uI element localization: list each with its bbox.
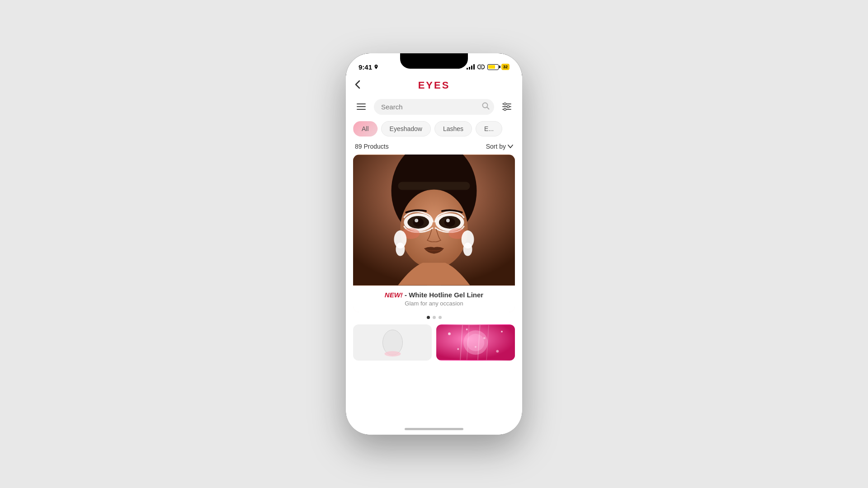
search-icon-button[interactable]: [482, 102, 490, 112]
signal-icon: [467, 64, 475, 70]
back-button[interactable]: [355, 80, 360, 91]
filter-icon: [502, 102, 512, 111]
sort-label: Sort by: [486, 143, 506, 150]
svg-point-20: [415, 219, 418, 222]
svg-point-33: [384, 351, 401, 357]
svg-point-28: [396, 243, 405, 256]
banner-title-suffix: - White Hotline Gel Liner: [403, 291, 483, 299]
status-time: 9:41: [359, 63, 378, 71]
menu-line-1: [357, 103, 366, 104]
svg-point-30: [463, 243, 472, 256]
status-right: 32: [467, 64, 509, 70]
carousel-dot-3[interactable]: [439, 316, 442, 319]
svg-point-40: [496, 350, 499, 352]
category-chip-eyeshadow[interactable]: Eyeshadow: [381, 121, 431, 136]
banner-text-area: NEW! - White Hotline Gel Liner Glam for …: [353, 286, 515, 312]
banner-title: NEW! - White Hotline Gel Liner: [360, 291, 508, 299]
svg-point-23: [444, 218, 455, 227]
svg-point-38: [501, 331, 503, 333]
search-input[interactable]: [374, 99, 494, 115]
new-badge: NEW!: [385, 291, 403, 299]
svg-point-10: [507, 106, 509, 108]
product-thumb-left[interactable]: [353, 324, 432, 361]
category-row: All Eyeshadow Lashes E...: [346, 117, 522, 141]
svg-rect-14: [398, 182, 470, 190]
category-chip-all[interactable]: All: [353, 121, 377, 136]
product-count: 89 Products: [355, 143, 389, 150]
location-icon: [374, 65, 378, 70]
svg-point-35: [448, 333, 451, 335]
svg-point-36: [466, 328, 468, 330]
menu-button[interactable]: [353, 99, 369, 115]
search-icon: [482, 102, 490, 110]
back-arrow-icon: [355, 80, 360, 89]
menu-line-2: [357, 106, 366, 107]
featured-banner[interactable]: NEW! - White Hotline Gel Liner Glam for …: [353, 155, 515, 312]
menu-line-3: [357, 109, 366, 110]
banner-portrait: [353, 155, 515, 286]
product-grid-bottom: [346, 324, 522, 361]
battery-icon: [487, 64, 499, 70]
svg-line-5: [487, 107, 489, 109]
search-input-wrapper: [374, 99, 494, 115]
battery-fill: [488, 65, 495, 69]
battery-badge: 32: [501, 64, 509, 70]
banner-subtitle: Glam for any occasion: [360, 300, 508, 307]
svg-point-9: [504, 103, 506, 105]
home-indicator: [405, 428, 463, 430]
wifi-icon: [477, 65, 485, 70]
product-image-left: [380, 328, 405, 357]
product-thumb-right[interactable]: [436, 324, 515, 361]
header: EYES: [346, 76, 522, 96]
chevron-down-icon: [508, 145, 513, 148]
time-display: 9:41: [359, 63, 372, 71]
svg-point-24: [446, 219, 450, 222]
svg-point-11: [504, 108, 506, 111]
filter-button[interactable]: [499, 99, 515, 115]
carousel-dot-2[interactable]: [433, 316, 436, 319]
phone-inner: 9:41: [346, 53, 522, 435]
category-chip-lashes[interactable]: Lashes: [434, 121, 472, 136]
sort-button[interactable]: Sort by: [486, 143, 513, 150]
app-content: EYES: [346, 76, 522, 435]
svg-point-39: [457, 348, 459, 350]
phone-frame: 9:41: [346, 53, 522, 435]
product-image-right: [436, 324, 515, 361]
category-chip-eyeliner[interactable]: E...: [476, 121, 502, 136]
svg-point-0: [376, 66, 377, 66]
page-title: EYES: [418, 80, 450, 91]
svg-point-19: [413, 218, 424, 227]
banner-image: [353, 155, 515, 286]
notch: [400, 53, 468, 69]
carousel-dots: [346, 312, 522, 323]
svg-point-43: [467, 334, 485, 352]
search-bar-row: [346, 96, 522, 117]
carousel-dot-1[interactable]: [427, 316, 430, 319]
product-bar: 89 Products Sort by: [346, 141, 522, 155]
